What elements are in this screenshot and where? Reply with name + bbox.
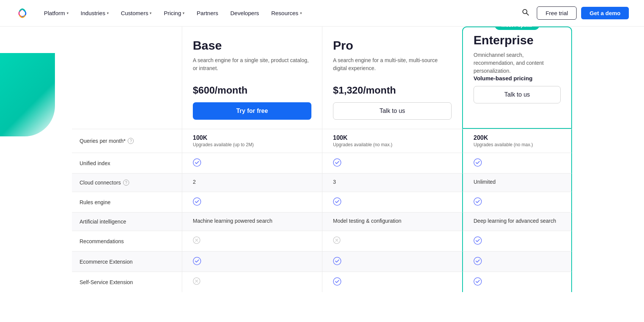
feature-value-connectors-pro: 3 [322, 173, 462, 192]
navbar: Platform ▾ Industries ▾ Customers ▾ Pric… [0, 0, 644, 27]
check-icon [333, 197, 341, 206]
svg-point-6 [193, 198, 201, 205]
svg-point-4 [333, 159, 341, 166]
get-demo-button[interactable]: Get a demo [581, 7, 629, 19]
feature-row-queries: Queries per month* ? 100K Upgrades avail… [72, 129, 572, 153]
chevron-down-icon: ▾ [300, 11, 302, 15]
svg-point-11 [474, 237, 481, 244]
plan-cta-enterprise[interactable]: Talk to us [474, 86, 561, 103]
plan-cta-base[interactable]: Try for free [193, 102, 311, 120]
svg-point-17 [474, 278, 481, 285]
svg-point-5 [474, 159, 481, 166]
feature-row-ai: Artificial intelligence Machine learning… [72, 212, 572, 231]
feature-value-unified-pro [322, 153, 462, 173]
feature-label-unified-index: Unified index [72, 153, 182, 173]
check-icon [474, 158, 482, 167]
svg-line-2 [527, 13, 529, 16]
coveo-logo [15, 6, 30, 20]
chevron-down-icon: ▾ [183, 11, 184, 15]
nav-item-customers[interactable]: Customers ▾ [116, 7, 157, 19]
feature-row-rules-engine: Rules engine [72, 192, 572, 212]
feature-row-self-service: Self-Service Extension [72, 272, 572, 292]
plan-price-base: $600/month [193, 84, 311, 96]
feature-value-ai-pro: Model testing & configuration [322, 212, 462, 231]
x-icon [193, 236, 200, 244]
nav-item-platform[interactable]: Platform ▾ [39, 7, 74, 19]
check-icon [474, 197, 482, 206]
teal-decorative-shape [0, 53, 55, 136]
feature-label-ecommerce: Ecommerce Extension [72, 251, 182, 272]
svg-point-12 [193, 257, 201, 265]
nav-item-developers[interactable]: Developers [225, 7, 264, 19]
svg-point-3 [193, 159, 201, 166]
x-icon [193, 277, 200, 285]
navbar-left: Platform ▾ Industries ▾ Customers ▾ Pric… [15, 6, 307, 20]
info-icon-queries[interactable]: ? [128, 138, 134, 144]
check-icon [193, 158, 201, 167]
check-icon [474, 236, 482, 245]
nav-links: Platform ▾ Industries ▾ Customers ▾ Pric… [39, 7, 307, 19]
feature-value-unified-enterprise [462, 153, 572, 173]
feature-row-unified-index: Unified index [72, 153, 572, 173]
feature-label-recommendations: Recommendations [72, 231, 182, 251]
plan-price-pro: $1,320/month [333, 84, 452, 96]
check-icon [193, 257, 201, 265]
feature-value-rules-pro [322, 192, 462, 212]
feature-value-connectors-base: 2 [182, 173, 322, 192]
feature-value-self-service-base [182, 272, 322, 292]
feature-value-recommendations-enterprise [462, 231, 572, 251]
svg-point-7 [333, 198, 341, 205]
feature-label-ai: Artificial intelligence [72, 212, 182, 231]
navbar-right: Free trial Get a demo [519, 5, 629, 21]
search-icon [522, 8, 529, 16]
nav-item-industries[interactable]: Industries ▾ [75, 7, 114, 19]
check-icon [333, 158, 341, 167]
feature-value-rules-enterprise [462, 192, 572, 212]
main-content: Base A search engine for a single site, … [0, 27, 644, 307]
plan-cta-pro[interactable]: Talk to us [333, 102, 452, 120]
plan-name-base: Base [193, 39, 311, 53]
plan-desc-enterprise: Omnichannel search, recommendation, and … [474, 51, 561, 75]
chevron-down-icon: ▾ [67, 11, 69, 15]
chevron-down-icon: ▾ [107, 11, 109, 15]
feature-value-queries-enterprise: 200K Upgrades available (no max.) [462, 129, 572, 153]
feature-value-ecommerce-enterprise [462, 251, 572, 272]
feature-value-recommendations-pro [322, 231, 462, 251]
pricing-header: Base A search engine for a single site, … [72, 27, 572, 129]
plan-header-enterprise: Most Popular Enterprise Omnichannel sear… [462, 27, 572, 129]
plan-desc-pro: A search engine for a multi-site, multi-… [333, 56, 452, 75]
pricing-container: Base A search engine for a single site, … [57, 27, 587, 292]
feature-value-self-service-enterprise [462, 272, 572, 292]
feature-value-unified-base [182, 153, 322, 173]
feature-row-cloud-connectors: Cloud connectors ? 2 3 Unlimited [72, 173, 572, 192]
feature-value-ai-base: Machine learning powered search [182, 212, 322, 231]
plan-desc-base: A search engine for a single site, produ… [193, 56, 311, 75]
svg-point-8 [474, 198, 481, 205]
plan-header-base: Base A search engine for a single site, … [182, 27, 322, 129]
free-trial-button[interactable]: Free trial [537, 6, 577, 20]
feature-value-ecommerce-pro [322, 251, 462, 272]
feature-value-queries-base: 100K Upgrades available (up to 2M) [182, 129, 322, 153]
x-icon [333, 236, 341, 244]
feature-value-recommendations-base [182, 231, 322, 251]
chevron-down-icon: ▾ [150, 11, 152, 15]
feature-label-self-service: Self-Service Extension [72, 272, 182, 292]
feature-row-recommendations: Recommendations [72, 231, 572, 251]
plan-name-enterprise: Enterprise [474, 33, 561, 47]
feature-value-ecommerce-base [182, 251, 322, 272]
nav-item-resources[interactable]: Resources ▾ [266, 7, 307, 19]
check-icon [474, 277, 482, 286]
feature-row-ecommerce: Ecommerce Extension [72, 251, 572, 272]
check-icon [474, 257, 482, 265]
plan-header-pro: Pro A search engine for a multi-site, mu… [322, 27, 462, 129]
feature-value-connectors-enterprise: Unlimited [462, 173, 572, 192]
info-icon-cloud-connectors[interactable]: ? [123, 180, 129, 186]
nav-item-pricing[interactable]: Pricing ▾ [158, 7, 190, 19]
svg-point-0 [15, 6, 30, 20]
feature-label-rules-engine: Rules engine [72, 192, 182, 212]
nav-item-partners[interactable]: Partners [191, 7, 224, 19]
search-button[interactable] [519, 5, 532, 21]
check-icon [333, 257, 341, 265]
feature-value-ai-enterprise: Deep learning for advanced search [462, 212, 572, 231]
svg-point-14 [474, 257, 481, 265]
